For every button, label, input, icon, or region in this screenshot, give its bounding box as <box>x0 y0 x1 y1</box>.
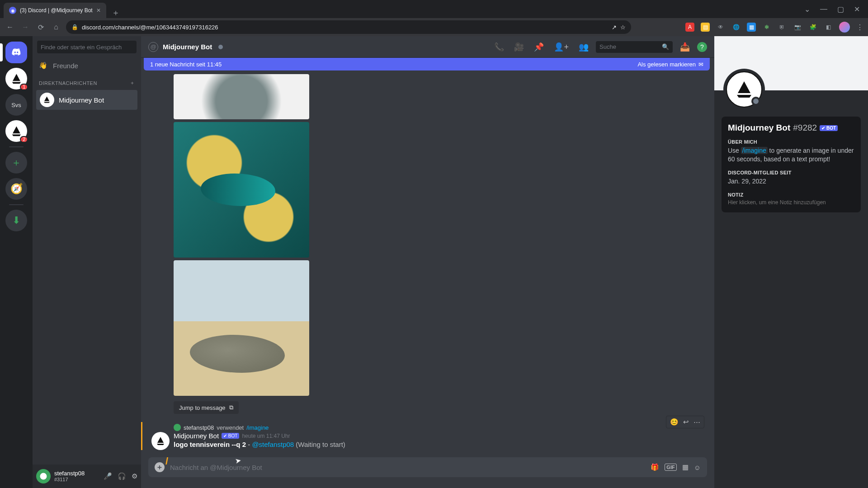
attach-plus-icon[interactable]: ＋ <box>155 462 165 472</box>
channel-header: @ Midjourney Bot 📞 🎥 📌 👤+ 👥 Suche 🔍 📥 ? <box>141 36 714 58</box>
about-text: Use /imagine to generate an image in und… <box>728 146 854 164</box>
browser-tab[interactable]: ◉ (3) Discord | @Midjourney Bot ✕ <box>4 3 106 18</box>
rail-explore[interactable]: 🧭 <box>5 178 27 200</box>
voice-call-icon[interactable]: 📞 <box>491 42 507 52</box>
nav-back-icon[interactable]: ← <box>5 23 15 31</box>
mic-mute-icon[interactable]: 🎤 <box>104 472 112 480</box>
reply-context[interactable]: stefanstp08 verwendet /imagine <box>174 424 707 431</box>
nav-home-icon[interactable]: ⌂ <box>51 23 61 31</box>
server-rail: 1 Svs 2 ＋ 🧭 ⬇ <box>0 36 33 488</box>
message-timestamp: heute um 11:47 Uhr <box>242 433 290 439</box>
add-friend-icon[interactable]: 👤+ <box>551 42 571 52</box>
new-messages-banner[interactable]: 1 neue Nachricht seit 11:45 Als gelesen … <box>144 58 710 70</box>
jump-to-message-button[interactable]: Jump to message ⧉ <box>174 401 239 414</box>
dm-avatar <box>40 93 54 107</box>
friends-icon: 👋 <box>39 61 47 70</box>
rail-home[interactable] <box>5 42 27 63</box>
about-pre: Use <box>728 147 741 154</box>
rail-server-2[interactable]: 2 <box>5 120 27 142</box>
reply-verb: verwendet <box>217 424 244 431</box>
composer-placeholder: Nachricht an @Midjourney Bot <box>170 464 645 471</box>
image-attachment[interactable] <box>174 122 309 258</box>
sticker-icon[interactable]: ▦ <box>682 463 689 471</box>
note-input[interactable] <box>728 199 854 206</box>
tab-close-icon[interactable]: ✕ <box>96 7 101 14</box>
add-reaction-icon[interactable]: 😊 <box>670 418 679 426</box>
svg-point-0 <box>40 473 47 480</box>
dm-search-input[interactable]: Finde oder starte ein Gespräch <box>37 41 137 53</box>
new-tab-button[interactable]: ＋ <box>106 7 125 18</box>
rail-separator <box>9 146 24 147</box>
headphones-icon[interactable]: 🎧 <box>118 472 126 480</box>
settings-gear-icon[interactable]: ⚙ <box>132 472 137 480</box>
job-status: (Waiting to start) <box>294 441 345 448</box>
extension-abp-icon[interactable]: A <box>685 23 694 32</box>
extension-eye-icon[interactable]: 👁 <box>716 23 725 32</box>
user-name: stefanstp08 <box>54 470 85 477</box>
dm-sidebar: Finde oder starte ein Gespräch 👋 Freunde… <box>33 36 141 488</box>
rail-server-svs[interactable]: Svs <box>5 94 27 116</box>
dm-item-midjourney[interactable]: Midjourney Bot <box>36 90 137 110</box>
image-attachment[interactable] <box>174 260 309 396</box>
nav-forward-icon[interactable]: → <box>20 23 31 31</box>
more-icon[interactable]: ⋯ <box>693 418 700 426</box>
mention[interactable]: @stefanstp08 <box>252 441 294 448</box>
rail-label: Svs <box>11 102 21 108</box>
message-composer[interactable]: / ＋ Nachricht an @Midjourney Bot 🎁 GIF ▦… <box>148 457 707 477</box>
message-avatar[interactable] <box>151 432 170 450</box>
about-command: /imagine <box>741 147 768 154</box>
user-profile-toggle-icon[interactable]: 👥 <box>576 42 591 52</box>
message-actions: 😊 ↩ ⋯ <box>666 416 704 428</box>
profile-avatar[interactable] <box>726 71 762 108</box>
user-footer: stefanstp08 #3117 🎤 🎧 ⚙ <box>33 465 141 488</box>
external-link-icon: ⧉ <box>229 404 233 411</box>
extension-globe-icon[interactable]: 🌐 <box>731 23 741 32</box>
inbox-icon[interactable]: 📥 <box>677 42 693 52</box>
side-panel-icon[interactable]: ◧ <box>824 23 833 32</box>
window-minimize-icon[interactable]: — <box>820 5 827 14</box>
extension-shield-icon[interactable]: ⛨ <box>778 23 787 32</box>
gift-icon[interactable]: 🎁 <box>651 463 659 471</box>
extension-notes-icon[interactable]: ▤ <box>701 23 710 32</box>
chevron-down-icon[interactable]: ⌄ <box>804 5 810 14</box>
emoji-icon[interactable]: ☺ <box>694 464 701 471</box>
window-close-icon[interactable]: ✕ <box>854 5 860 14</box>
message-author[interactable]: Midjourney Bot <box>174 432 219 440</box>
message-list[interactable]: Jump to message ⧉ 😊 ↩ ⋯ stefanstp08 verw… <box>141 70 714 457</box>
gif-icon[interactable]: GIF <box>665 464 676 471</box>
reply-icon[interactable]: ↩ <box>683 418 689 426</box>
dm-add-icon[interactable]: ＋ <box>130 80 135 86</box>
bot-badge: ✔ BOT <box>820 125 838 131</box>
sep: - <box>246 441 252 448</box>
prompt-text: logo tennisverein --q 2 <box>174 441 246 448</box>
extensions-puzzle-icon[interactable]: 🧩 <box>808 23 817 32</box>
reply-command: /imagine <box>246 424 269 431</box>
window-maximize-icon[interactable]: ▢ <box>837 5 844 14</box>
share-icon[interactable]: ↗ <box>612 24 617 31</box>
bookmark-star-icon[interactable]: ☆ <box>620 24 626 31</box>
sailboat-icon <box>42 95 51 104</box>
jump-label: Jump to message <box>179 404 226 411</box>
profile-avatar-icon[interactable] <box>839 22 850 33</box>
video-call-icon[interactable]: 🎥 <box>511 42 527 52</box>
user-avatar[interactable] <box>36 469 51 483</box>
rail-download[interactable]: ⬇ <box>5 210 27 231</box>
chrome-menu-icon[interactable]: ⋮ <box>856 23 863 32</box>
rail-server-mj[interactable]: 1 <box>5 68 27 89</box>
extension-camera-icon[interactable]: 📷 <box>793 23 802 32</box>
extension-grid-icon[interactable]: ▦ <box>747 23 756 32</box>
help-icon[interactable]: ? <box>697 42 707 52</box>
image-attachment[interactable] <box>174 74 309 119</box>
extension-leaf-icon[interactable]: ❃ <box>762 23 771 32</box>
nav-reload-icon[interactable]: ⟳ <box>35 23 46 32</box>
pinned-messages-icon[interactable]: 📌 <box>531 42 547 52</box>
message-search-input[interactable]: Suche 🔍 <box>596 41 673 53</box>
lock-icon: 🔒 <box>71 24 78 30</box>
sidebar-item-friends[interactable]: 👋 Freunde <box>33 58 141 73</box>
rail-separator <box>9 204 24 205</box>
address-bar[interactable]: 🔒 discord.com/channels/@me/1063443749197… <box>66 20 631 34</box>
at-icon: @ <box>148 42 158 52</box>
rail-add-server[interactable]: ＋ <box>5 152 27 174</box>
sailboat-icon <box>155 436 166 446</box>
mark-read-icon: ✉ <box>698 61 703 68</box>
